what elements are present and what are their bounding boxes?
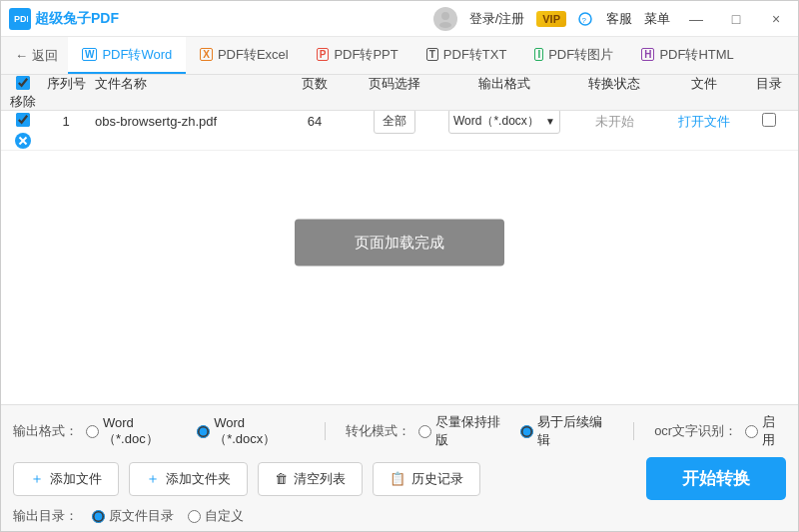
mode-edit-radio[interactable] (520, 425, 533, 438)
header-status: 转换状态 (564, 75, 664, 93)
format-doc-option[interactable]: Word（*.doc） (86, 415, 187, 448)
row-index: 1 (41, 114, 91, 129)
tab-pdf-to-word-label: PDF转Word (102, 46, 172, 64)
row-filename: obs-browsertg-zh.pdf (91, 114, 285, 129)
divider-1 (325, 422, 326, 440)
dir-original-option[interactable]: 原文件目录 (92, 507, 174, 525)
format-doc-radio[interactable] (86, 425, 99, 438)
row-dir-check (744, 113, 794, 130)
remove-button[interactable] (9, 132, 37, 150)
image-icon: I (534, 48, 543, 61)
ocr-enable-radio[interactable] (745, 425, 758, 438)
back-button[interactable]: ← 返回 (5, 37, 68, 74)
tab-pdf-to-html-label: PDF转HTML (659, 46, 733, 64)
row-open-file: 打开文件 (664, 113, 744, 131)
output-format-radio-group: Word（*.doc） Word（*.docx） (86, 415, 305, 448)
ppt-icon: P (317, 48, 330, 61)
main-window: PDF 超级兔子PDF 登录/注册 VIP ? 客服 菜单 — □ × (0, 0, 799, 532)
html-icon: H (641, 48, 654, 61)
dir-custom-option[interactable]: 自定义 (188, 507, 244, 525)
format-docx-option[interactable]: Word（*.docx） (197, 415, 304, 448)
tab-pdf-to-html[interactable]: H PDF转HTML (627, 37, 748, 74)
svg-point-3 (439, 22, 451, 28)
bottom-options: 输出格式： Word（*.doc） Word（*.docx） 转化模式： (1, 404, 798, 531)
txt-icon: T (426, 48, 438, 61)
dir-original-radio[interactable] (92, 510, 105, 523)
svg-text:PDF: PDF (14, 14, 28, 24)
header-remove: 移除 (5, 93, 41, 111)
header-file: 文件 (664, 75, 744, 93)
tab-pdf-to-word[interactable]: W PDF转Word (68, 37, 186, 74)
trash-icon: 🗑 (275, 471, 288, 486)
clear-list-button[interactable]: 🗑 清空列表 (258, 462, 363, 496)
output-format-group: 输出格式： Word（*.doc） Word（*.docx） (13, 415, 305, 448)
word-icon: W (82, 48, 97, 61)
row-checkbox[interactable] (16, 113, 30, 127)
add-folder-button[interactable]: ＋ 添加文件夹 (129, 462, 248, 496)
mode-layout-label: 尽量保持排版 (435, 413, 511, 449)
header-filename: 文件名称 (91, 75, 285, 93)
header-format: 输出格式 (444, 75, 564, 93)
open-file-link[interactable]: 打开文件 (678, 114, 730, 129)
row-pages: 64 (285, 114, 345, 129)
app-logo: PDF 超级兔子PDF (9, 8, 119, 30)
tab-pdf-to-txt-label: PDF转TXT (443, 46, 507, 64)
service-link[interactable]: 客服 (606, 10, 632, 28)
dir-original-label: 原文件目录 (109, 507, 174, 525)
login-button[interactable]: 登录/注册 (469, 10, 525, 28)
add-folder-icon: ＋ (146, 470, 160, 488)
format-select-dropdown[interactable]: Word（*.docx） ▼ (448, 111, 560, 134)
excel-icon: X (200, 48, 213, 61)
dir-custom-radio[interactable] (188, 510, 201, 523)
minimize-button[interactable]: — (682, 5, 710, 33)
action-buttons: ＋ 添加文件 ＋ 添加文件夹 🗑 清空列表 📋 历史记录 (13, 462, 646, 496)
nav-tabs: ← 返回 W PDF转Word X PDF转Excel P PDF转PPT T … (1, 37, 798, 75)
tab-pdf-to-excel[interactable]: X PDF转Excel (186, 37, 302, 74)
options-row-1: 输出格式： Word（*.doc） Word（*.docx） 转化模式： (13, 413, 786, 449)
mode-layout-option[interactable]: 尽量保持排版 (418, 413, 511, 449)
avatar (433, 7, 457, 31)
dir-checkbox[interactable] (762, 113, 776, 127)
clear-list-label: 清空列表 (294, 470, 346, 488)
add-file-button[interactable]: ＋ 添加文件 (13, 462, 119, 496)
back-arrow-icon: ← (15, 48, 28, 63)
table-header: 序列号 文件名称 页数 页码选择 输出格式 转换状态 文件 目录 移除 (1, 75, 798, 111)
history-button[interactable]: 📋 历史记录 (373, 462, 480, 496)
header-pages: 页数 (285, 75, 345, 93)
vip-badge[interactable]: VIP (536, 11, 566, 27)
close-button[interactable]: × (762, 5, 790, 33)
ocr-label: ocr文字识别： (654, 422, 737, 440)
conversion-mode-radio-group: 尽量保持排版 易于后续编辑 (418, 413, 614, 449)
select-all-checkbox[interactable] (16, 76, 30, 90)
header-index: 序列号 (41, 75, 91, 93)
tab-pdf-to-ppt-label: PDF转PPT (334, 46, 398, 64)
header-dir: 目录 (744, 75, 794, 93)
table-row: 1 obs-browsertg-zh.pdf 64 全部 Word（*.docx… (1, 111, 798, 151)
mode-layout-radio[interactable] (418, 425, 431, 438)
tab-pdf-to-image[interactable]: I PDF转图片 (520, 37, 627, 74)
add-file-icon: ＋ (30, 470, 44, 488)
row-format: Word（*.docx） ▼ (444, 111, 564, 134)
ocr-enable-option[interactable]: 启用 (745, 413, 786, 449)
format-docx-radio[interactable] (197, 425, 210, 438)
start-convert-button[interactable]: 开始转换 (646, 457, 786, 500)
svg-point-2 (441, 12, 449, 20)
mode-edit-option[interactable]: 易于后续编辑 (520, 413, 613, 449)
format-docx-label: Word（*.docx） (214, 415, 304, 448)
maximize-button[interactable]: □ (722, 5, 750, 33)
add-folder-label: 添加文件夹 (166, 470, 231, 488)
menu-button[interactable]: 菜单 (644, 10, 670, 28)
ocr-enable-label: 启用 (762, 413, 786, 449)
format-select-value: Word（*.docx） (453, 113, 539, 130)
tab-pdf-to-image-label: PDF转图片 (548, 46, 613, 64)
tab-pdf-to-ppt[interactable]: P PDF转PPT (303, 37, 412, 74)
back-label: 返回 (32, 47, 58, 65)
page-select-button[interactable]: 全部 (374, 111, 415, 134)
tab-pdf-to-txt[interactable]: T PDF转TXT (412, 37, 521, 74)
ocr-group: ocr文字识别： 启用 (654, 413, 786, 449)
row-page-select: 全部 (345, 111, 444, 134)
mode-edit-label: 易于后续编辑 (537, 413, 613, 449)
output-format-label: 输出格式： (13, 422, 78, 440)
header-page-select: 页码选择 (345, 75, 444, 93)
output-dir-row: 输出目录： 原文件目录 自定义 (13, 507, 786, 525)
